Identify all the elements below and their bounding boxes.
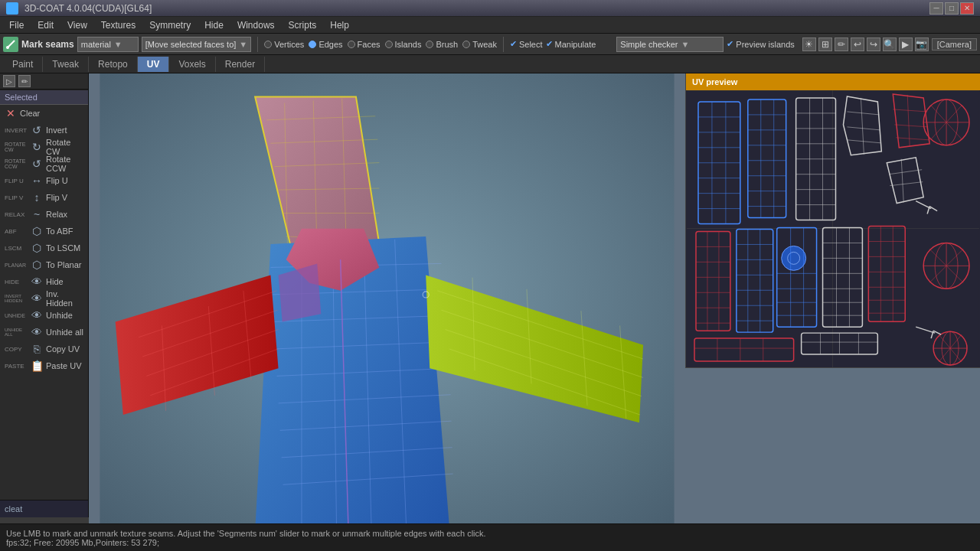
material-dropdown[interactable]: material ▼ [77, 37, 139, 52]
left-sidebar: ▷ ✏ Selected ✕ Clear INVERT ↺ Invert ROT… [0, 73, 89, 517]
invert-prefix: INVERT [5, 127, 28, 134]
uv-preview-panel: UV preview [685, 73, 980, 368]
radio-faces[interactable]: Faces [348, 40, 381, 49]
menu-edit[interactable]: Edit [31, 18, 60, 32]
menu-help[interactable]: Help [324, 18, 355, 32]
tool-unhide[interactable]: UNHIDE 👁 Unhide [0, 307, 88, 324]
tool-invert[interactable]: INVERT ↺ Invert [0, 122, 88, 139]
inv-hidden-prefix: INVERT HIDDEN [5, 294, 28, 303]
flip-u-prefix: FLIP U [5, 178, 28, 184]
toolbar-icon-undo[interactable]: ↩ [851, 37, 864, 51]
toolbar-icon-grid[interactable]: ⊞ [818, 37, 832, 51]
tool-flip-v[interactable]: FLIP V ↕ Flip V [0, 189, 88, 206]
flip-u-icon: ↔ [31, 174, 43, 187]
rotate-cw-icon: ↻ [31, 141, 43, 153]
tool-select-icon[interactable]: ▷ [3, 75, 15, 87]
tool-name: Mark seams [21, 39, 74, 50]
tab-retopo[interactable]: Retopo [89, 57, 138, 72]
app-icon [6, 2, 18, 15]
lscm-prefix: LSCM [5, 245, 28, 252]
close-button[interactable]: ✕ [960, 2, 974, 15]
menu-file[interactable]: File [3, 18, 30, 32]
app-title: 3D-COAT 4.0.04(CUDA)[GL64] [24, 3, 152, 14]
lscm-icon: ⬡ [31, 242, 43, 254]
tab-tweak[interactable]: Tweak [43, 57, 89, 72]
tool-lscm[interactable]: LSCM ⬡ To LSCM [0, 240, 88, 256]
unhide-prefix: UNHIDE [5, 313, 28, 318]
radio-brush[interactable]: Brush [426, 40, 458, 49]
radio-dot-vertices [264, 41, 272, 48]
tool-copy-uv[interactable]: COPY ⎘ Copy UV [0, 341, 88, 357]
abf-icon: ⬡ [31, 225, 43, 237]
unhide-all-icon: 👁 [31, 326, 43, 338]
status-info: fps:32; Free: 20995 Mb,Pointers: 53 279; [6, 538, 974, 547]
tool-rotate-cw[interactable]: ROTATE CW ↻ Rotate CW [0, 139, 88, 155]
menu-windows[interactable]: Windows [231, 18, 281, 32]
rotate-cw-prefix: ROTATE CW [5, 142, 28, 152]
menu-hide[interactable]: Hide [198, 18, 230, 32]
tab-uv[interactable]: UV [138, 57, 170, 72]
uv-island-red-web-3 [933, 331, 967, 365]
hide-icon: 👁 [31, 276, 43, 288]
radio-islands[interactable]: Islands [385, 40, 422, 49]
hide-prefix: HIDE [5, 279, 28, 285]
status-hint: Use LMB to mark and unmark texture seams… [6, 529, 974, 538]
menu-symmetry[interactable]: Symmetry [143, 18, 197, 32]
texture-dropdown[interactable]: Simple checker ▼ [616, 37, 724, 52]
model-area[interactable] [89, 73, 685, 523]
toolbar: Mark seams material ▼ [Move selected fac… [0, 34, 980, 55]
tool-unhide-all[interactable]: UNHIDE ALL 👁 Unhide all [0, 324, 88, 341]
radio-dot-tweak [462, 41, 470, 48]
tool-planar[interactable]: PLANAR ⬡ To Planar [0, 256, 88, 273]
paste-prefix: PASTE [5, 363, 28, 370]
tab-render[interactable]: Render [216, 57, 265, 72]
toolbar-icon-zoom[interactable]: 🔍 [883, 37, 897, 51]
select-checkbox[interactable]: ✔ Select [510, 39, 543, 49]
tool-hide[interactable]: HIDE 👁 Hide [0, 273, 88, 290]
tab-paint[interactable]: Paint [3, 57, 43, 72]
toolbar-icon-sun[interactable]: ☀ [802, 37, 816, 51]
svg-point-1 [6, 46, 9, 49]
tool-relax[interactable]: RELAX ~ Relax [0, 206, 88, 223]
menu-view[interactable]: View [61, 18, 93, 32]
toolbar-icon-brush[interactable]: ✏ [835, 37, 848, 51]
manipulate-checkbox[interactable]: ✔ Manipulate [546, 39, 596, 49]
tool-clear[interactable]: ✕ Clear [0, 105, 88, 122]
preview-islands-checkbox[interactable]: ✔ Preview islands [727, 39, 794, 49]
move-dropdown[interactable]: [Move selected faces to] ▼ [142, 37, 252, 52]
radio-dot-edges [309, 41, 316, 48]
rotate-ccw-icon: ↺ [31, 158, 43, 170]
tool-abf[interactable]: ABF ⬡ To ABF [0, 223, 88, 240]
tool-rotate-ccw[interactable]: ROTATE CCW ↺ Rotate CCW [0, 155, 88, 172]
relax-prefix: RELAX [5, 211, 28, 218]
menu-scripts[interactable]: Scripts [283, 18, 323, 32]
planar-prefix: PLANAR [5, 262, 28, 268]
camera-label[interactable]: [Camera] [932, 38, 977, 51]
tool-flip-u[interactable]: FLIP U ↔ Flip U [0, 172, 88, 189]
uv-island-red-web-2 [923, 243, 969, 289]
radio-edges[interactable]: Edges [309, 40, 342, 49]
paste-uv-icon: 📋 [31, 360, 43, 372]
flip-v-icon: ↕ [31, 191, 43, 204]
planar-icon: ⬡ [31, 259, 43, 271]
toolbar-icon-camera[interactable]: 📷 [915, 37, 929, 51]
uv-canvas [686, 90, 980, 367]
radio-vertices[interactable]: Vertices [264, 40, 304, 49]
maximize-button[interactable]: □ [945, 2, 959, 15]
tab-voxels[interactable]: Voxels [169, 57, 215, 72]
tool-inv-hidden[interactable]: INVERT HIDDEN 👁 Inv. Hidden [0, 290, 88, 307]
toolbar-icon-redo[interactable]: ↪ [867, 37, 880, 51]
toolbar-icon-play[interactable]: ▶ [899, 37, 913, 51]
viewport: UV preview [89, 73, 980, 523]
tool-brush-icon[interactable]: ✏ [18, 75, 31, 87]
clear-icon: ✕ [5, 107, 17, 119]
model-viewport [89, 73, 685, 523]
unhide-icon: 👁 [31, 309, 43, 321]
titlebar: 3D-COAT 4.0.04(CUDA)[GL64] ─ □ ✕ [0, 0, 980, 17]
selection-mode-group: Vertices Edges Faces Islands Brush Tweak [264, 40, 497, 49]
minimize-button[interactable]: ─ [929, 2, 943, 15]
radio-tweak[interactable]: Tweak [462, 40, 497, 49]
tool-paste-uv[interactable]: PASTE 📋 Paste UV [0, 357, 88, 374]
menu-textures[interactable]: Textures [95, 18, 142, 32]
uv-preview-header: UV preview [686, 73, 980, 90]
